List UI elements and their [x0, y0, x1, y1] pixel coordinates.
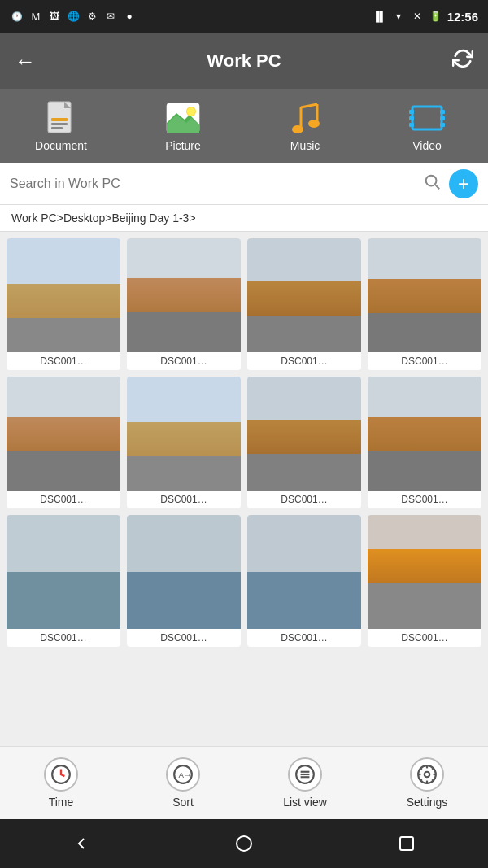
grid-item[interactable]: DSC001… [7, 377, 120, 508]
photo-label: DSC001… [247, 491, 361, 508]
category-bar: Document Picture [0, 89, 488, 163]
document-label: Document [35, 139, 87, 152]
svg-rect-17 [409, 110, 414, 114]
photo-label: DSC001… [247, 352, 361, 370]
photo-thumb [368, 377, 481, 491]
svg-rect-21 [440, 116, 445, 120]
status-bar: 🕐 M 🖼 🌐 ⚙ ✉ ● ▐▌ ▾ ✕ 🔋 12:56 [0, 0, 488, 33]
photo-label: DSC001… [127, 352, 241, 370]
bottom-toolbar: Time A→ Sort List view [0, 746, 488, 819]
svg-rect-43 [400, 837, 413, 850]
search-icon[interactable] [423, 172, 441, 194]
grid-area: DSC001… DSC001… DSC001… DSC001… DSC001… … [0, 232, 488, 746]
sort-icon: A→ [166, 757, 200, 792]
listview-icon [288, 757, 322, 792]
grid-item[interactable]: DSC001… [127, 377, 241, 508]
photo-label: DSC001… [368, 491, 481, 508]
breadcrumb: Work PC>Desktop>Beijing Day 1-3> [0, 205, 488, 232]
svg-rect-4 [51, 127, 63, 129]
nav-recent-button[interactable] [386, 823, 427, 864]
grid-item[interactable]: DSC001… [368, 238, 481, 370]
clock-status-icon: 🕐 [10, 9, 24, 24]
gmail-icon: M [28, 9, 43, 24]
back-button[interactable]: ← [15, 49, 36, 74]
grid-item[interactable]: DSC001… [7, 515, 120, 647]
app-icon: ⚙ [85, 9, 99, 24]
time-icon [44, 757, 78, 792]
nav-home-button[interactable] [224, 823, 264, 864]
ninja-icon: ● [122, 9, 137, 24]
picture-icon [165, 100, 201, 136]
category-picture[interactable]: Picture [150, 100, 216, 152]
category-music[interactable]: Music [272, 100, 338, 152]
photo-thumb [247, 377, 361, 491]
svg-rect-18 [409, 116, 414, 120]
category-video[interactable]: Video [394, 100, 460, 152]
grid-item[interactable]: DSC001… [368, 377, 481, 508]
sort-label: Sort [172, 796, 194, 809]
toolbar-time[interactable]: Time [20, 757, 102, 809]
signal-icon: ▐▌ [373, 9, 387, 24]
svg-point-15 [308, 120, 320, 128]
system-status-icons: ▐▌ ▾ ✕ 🔋 12:56 [373, 9, 478, 24]
photo-thumb [247, 515, 361, 629]
nav-bar [0, 819, 488, 868]
svg-point-23 [426, 176, 437, 186]
search-input[interactable] [10, 177, 415, 191]
listview-label: List view [283, 796, 327, 809]
nav-back-button[interactable] [61, 823, 102, 864]
search-bar: + [0, 163, 488, 205]
add-button[interactable]: + [449, 169, 478, 198]
refresh-button[interactable] [452, 48, 473, 74]
photo-label: DSC001… [368, 629, 481, 647]
grid-item[interactable]: DSC001… [247, 238, 361, 370]
photo-label: DSC001… [7, 629, 120, 647]
svg-rect-3 [51, 123, 68, 125]
grid-item[interactable]: DSC001… [7, 238, 120, 370]
photo-thumb [127, 238, 241, 352]
photo-label: DSC001… [127, 629, 241, 647]
settings-label: Settings [407, 796, 448, 809]
svg-line-11 [301, 104, 317, 107]
svg-point-42 [237, 836, 251, 851]
grid-item[interactable]: DSC001… [247, 377, 361, 508]
grid-item[interactable]: DSC001… [247, 515, 361, 647]
video-label: Video [412, 139, 442, 152]
photo-thumb [7, 515, 120, 629]
picture-label: Picture [165, 139, 201, 152]
svg-rect-22 [440, 123, 445, 127]
svg-rect-20 [440, 110, 445, 114]
photo-thumb [127, 515, 241, 629]
grid-item[interactable]: DSC001… [127, 515, 241, 647]
toolbar-sort[interactable]: A→ Sort [142, 757, 224, 809]
svg-point-10 [187, 107, 195, 116]
svg-point-14 [292, 125, 303, 133]
wifi-icon: ▾ [391, 9, 406, 24]
globe-icon: 🌐 [66, 9, 81, 24]
photo-thumb [368, 238, 481, 352]
photo-thumb [7, 238, 120, 352]
battery-icon: 🔋 [429, 9, 443, 24]
header: ← Work PC [0, 33, 488, 89]
grid-item[interactable]: DSC001… [368, 515, 481, 647]
svg-point-33 [425, 772, 430, 778]
svg-rect-2 [51, 118, 68, 121]
grid-item[interactable]: DSC001… [127, 238, 241, 370]
photo-thumb [127, 377, 241, 491]
toolbar-settings[interactable]: Settings [386, 757, 468, 809]
no-signal-icon: ✕ [410, 9, 425, 24]
photo-label: DSC001… [368, 352, 481, 370]
svg-line-24 [435, 185, 439, 189]
photo-label: DSC001… [7, 352, 120, 370]
category-document[interactable]: Document [28, 100, 94, 152]
music-label: Music [290, 139, 320, 152]
svg-rect-19 [409, 123, 414, 127]
photo-label: DSC001… [7, 491, 120, 508]
time-label: Time [49, 796, 74, 809]
photo-thumb [7, 377, 120, 491]
toolbar-listview[interactable]: List view [264, 757, 346, 809]
svg-text:A→: A→ [179, 770, 192, 779]
document-icon [43, 100, 79, 136]
page-title: Work PC [207, 50, 281, 72]
status-icons: 🕐 M 🖼 🌐 ⚙ ✉ ● [10, 9, 137, 24]
